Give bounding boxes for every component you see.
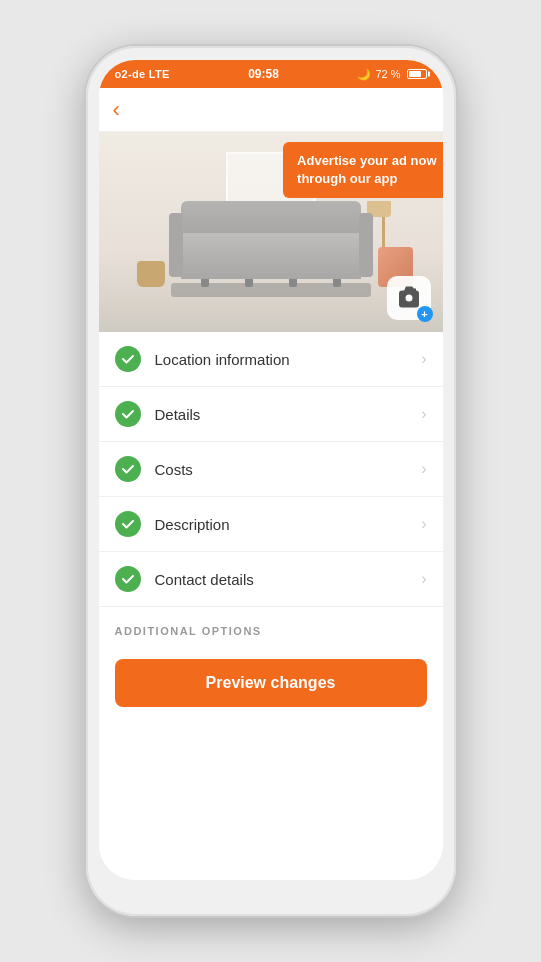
chevron-icon-details: ›: [421, 405, 426, 423]
basket-decoration: [137, 261, 165, 287]
chevron-icon-location: ›: [421, 350, 426, 368]
additional-options-label: ADDITIONAL OPTIONS: [115, 625, 262, 637]
sofa-leg: [245, 279, 253, 287]
chevron-icon-costs: ›: [421, 460, 426, 478]
chevron-icon-description: ›: [421, 515, 426, 533]
battery-icon: [407, 69, 427, 79]
check-icon-location: [115, 346, 141, 372]
moon-icon: 🌙: [357, 68, 371, 81]
check-icon-details: [115, 401, 141, 427]
time-text: 09:58: [248, 67, 279, 81]
list-item-description[interactable]: Description ›: [99, 497, 443, 552]
list-item-contact[interactable]: Contact details ›: [99, 552, 443, 607]
ad-tooltip-line1: Advertise your ad now: [297, 153, 436, 168]
item-label-description: Description: [155, 516, 422, 533]
additional-options-section: ADDITIONAL OPTIONS: [99, 607, 443, 645]
phone-screen: o2-de LTE 09:58 🌙 72 % ‹: [99, 60, 443, 880]
item-label-costs: Costs: [155, 461, 422, 478]
preview-changes-button[interactable]: Preview changes: [115, 659, 427, 707]
form-sections-list: Location information › Details ›: [99, 332, 443, 880]
phone-frame: o2-de LTE 09:58 🌙 72 % ‹: [86, 46, 456, 916]
carrier-text: o2-de LTE: [115, 68, 170, 80]
check-icon-contact: [115, 566, 141, 592]
nav-bar: ‹: [99, 88, 443, 132]
battery-percent: 72 %: [375, 68, 400, 80]
sofa-legs: [181, 279, 361, 287]
preview-button-container: Preview changes: [99, 645, 443, 727]
ad-tooltip: Advertise your ad now through our app: [283, 142, 442, 198]
sofa-arm-right: [359, 213, 373, 277]
sofa-leg: [333, 279, 341, 287]
sofa-arm-left: [169, 213, 183, 277]
list-item-costs[interactable]: Costs ›: [99, 442, 443, 497]
sofa-leg: [289, 279, 297, 287]
sofa-back: [181, 201, 361, 233]
check-icon-description: [115, 511, 141, 537]
sofa-body: [181, 229, 361, 279]
list-item-location[interactable]: Location information ›: [99, 332, 443, 387]
plus-icon: +: [417, 306, 433, 322]
item-label-contact: Contact details: [155, 571, 422, 588]
ad-tooltip-text: Advertise your ad now through our app: [297, 153, 436, 186]
sofa: [181, 229, 361, 287]
ad-tooltip-line2: through our app: [297, 171, 397, 186]
add-photo-button[interactable]: +: [387, 276, 431, 320]
chevron-icon-contact: ›: [421, 570, 426, 588]
battery-fill: [409, 71, 422, 77]
check-icon-costs: [115, 456, 141, 482]
item-label-details: Details: [155, 406, 422, 423]
list-item-details[interactable]: Details ›: [99, 387, 443, 442]
camera-icon: [397, 286, 421, 310]
back-button[interactable]: ‹: [113, 97, 120, 123]
battery-area: 🌙 72 %: [357, 68, 426, 81]
item-label-location: Location information: [155, 351, 422, 368]
status-bar: o2-de LTE 09:58 🌙 72 %: [99, 60, 443, 88]
ad-banner: + Advertise your ad now through our app: [99, 132, 443, 332]
sofa-leg: [201, 279, 209, 287]
